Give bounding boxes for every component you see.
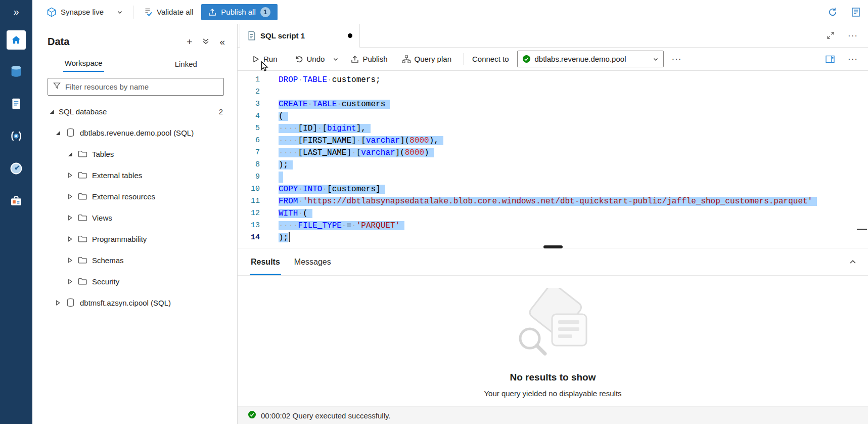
code-text: ); <box>260 159 293 171</box>
code-line[interactable]: 12WITH·( <box>238 207 868 220</box>
line-number: 3 <box>238 98 260 110</box>
maximize-icon[interactable] <box>827 31 835 39</box>
code-line[interactable]: 5····[ID]·[bigint], <box>238 122 868 135</box>
code-line[interactable]: 4( <box>238 110 868 122</box>
tree-item-external-tables[interactable]: External tables <box>32 164 237 186</box>
code-text: DROP·TABLE·customers; <box>260 74 381 86</box>
editor-toolbar: Run Undo Publish Query plan Connect to <box>238 48 868 71</box>
tree-item-tables[interactable]: Tables <box>32 143 237 164</box>
undo-icon <box>295 55 303 63</box>
expanded-arrow-icon[interactable] <box>54 130 62 136</box>
tree-item-label: External tables <box>92 171 142 180</box>
line-number: 1 <box>238 74 260 86</box>
code-line[interactable]: 13····FILE_TYPE·=·'PARQUET' <box>238 220 868 232</box>
code-line[interactable]: 9 <box>238 171 868 183</box>
tree-item-views[interactable]: Views <box>32 207 237 228</box>
folder-icon <box>77 150 88 158</box>
item-count-badge: 2 <box>219 107 223 116</box>
collapsed-arrow-icon[interactable] <box>66 279 74 284</box>
nav-manage[interactable] <box>6 192 26 212</box>
code-line[interactable]: 11FROM·'https://dbtlabsynapsedatalake.bl… <box>238 195 868 207</box>
no-results-illustration <box>508 288 599 366</box>
query-plan-icon <box>402 55 411 63</box>
nav-expand-button[interactable]: » <box>0 0 32 24</box>
clipboard-list-icon[interactable] <box>851 7 861 17</box>
undo-button[interactable]: Undo <box>290 51 330 68</box>
collapsed-arrow-icon[interactable] <box>66 173 74 178</box>
collapsed-arrow-icon[interactable] <box>66 236 74 242</box>
collapse-panel-button[interactable]: « <box>219 37 225 47</box>
code-text: ( <box>260 110 288 122</box>
validate-check-icon <box>144 8 153 17</box>
code-line[interactable]: 7····[LAST_NAME]·[varchar](8000) <box>238 147 868 159</box>
run-button[interactable]: Run <box>247 51 283 68</box>
data-panel: Data + « Workspace Linked SQL database2d… <box>32 24 238 424</box>
properties-panel-icon[interactable] <box>826 55 835 63</box>
nav-monitor[interactable] <box>6 159 26 180</box>
code-line[interactable]: 10COPY·INTO·[customers] <box>238 183 868 195</box>
code-line[interactable]: 8); <box>238 159 868 171</box>
code-line[interactable]: 6····[FIRST_NAME]·[varchar](8000), <box>238 135 868 147</box>
sql-script-icon <box>247 31 256 40</box>
data-panel-tabs: Workspace Linked <box>32 54 237 72</box>
tab-messages[interactable]: Messages <box>287 248 338 275</box>
filter-input[interactable] <box>65 82 218 91</box>
editor-more-options-button[interactable]: ··· <box>848 55 858 63</box>
tab-more-options-button[interactable]: ··· <box>848 31 858 40</box>
sql-editor[interactable]: 1DROP·TABLE·customers;23CREATE·TABLE·cus… <box>238 71 868 248</box>
code-line[interactable]: 2 <box>238 86 868 98</box>
refresh-icon[interactable] <box>828 7 838 17</box>
results-tab-label: Results <box>251 258 280 267</box>
nav-home[interactable] <box>6 30 26 50</box>
code-line[interactable]: 1DROP·TABLE·customers; <box>238 74 868 86</box>
tab-results[interactable]: Results <box>244 248 287 275</box>
code-text <box>260 171 283 183</box>
upload-icon <box>208 8 216 16</box>
tab-title: SQL script 1 <box>260 31 305 40</box>
nav-develop[interactable] <box>6 95 26 115</box>
tree-item-label: dbtlabs.revenue.demo.pool (SQL) <box>80 129 194 137</box>
collapse-all-icon[interactable] <box>202 37 209 47</box>
tree-item-dbtlabs-revenue-demo-pool-sql[interactable]: dbtlabs.revenue.demo.pool (SQL) <box>32 122 237 143</box>
tree-item-security[interactable]: Security <box>32 271 237 292</box>
tree-item-sql-database[interactable]: SQL database2 <box>32 101 237 122</box>
query-status-bar: 00:00:02 Query executed successfully. <box>238 406 868 424</box>
tab-workspace[interactable]: Workspace <box>32 54 135 72</box>
publish-all-button[interactable]: Publish all 1 <box>201 4 277 20</box>
nav-data[interactable] <box>6 62 26 82</box>
code-line[interactable]: 3CREATE·TABLE·customers <box>238 98 868 110</box>
connect-to-dropdown[interactable]: dbtlabs.revenue.demo.pool <box>517 51 664 67</box>
resource-tree: SQL database2dbtlabs.revenue.demo.pool (… <box>32 101 237 313</box>
collapsed-arrow-icon[interactable] <box>66 258 74 263</box>
tree-item-external-resources[interactable]: External resources <box>32 186 237 207</box>
collapsed-arrow-icon[interactable] <box>54 300 62 306</box>
folder-icon <box>77 277 88 285</box>
collapsed-arrow-icon[interactable] <box>66 215 74 221</box>
line-number: 4 <box>238 110 260 122</box>
collapsed-arrow-icon[interactable] <box>66 194 74 199</box>
toolbox-icon <box>9 194 23 210</box>
nav-integrate[interactable] <box>6 127 26 147</box>
panel-splitter-handle[interactable] <box>543 245 563 248</box>
messages-tab-label: Messages <box>294 258 331 267</box>
tab-linked[interactable]: Linked <box>135 54 238 72</box>
toolbar-more-button[interactable]: ··· <box>672 55 682 63</box>
tab-sql-script-1[interactable]: SQL script 1 <box>240 24 360 48</box>
environment-selector[interactable]: Synapse live <box>47 7 123 17</box>
chevron-up-icon[interactable] <box>849 258 857 266</box>
tree-item-schemas[interactable]: Schemas <box>32 249 237 271</box>
expanded-arrow-icon[interactable] <box>66 151 74 157</box>
query-plan-button[interactable]: Query plan <box>397 51 456 68</box>
add-resource-button[interactable]: + <box>187 37 192 47</box>
code-text: CREATE·TABLE·customers <box>260 98 390 110</box>
line-number: 5 <box>238 122 260 135</box>
validate-all-button[interactable]: Validate all <box>144 8 193 17</box>
tree-item-dbtmsft-azsyn-cipool-sql[interactable]: dbtmsft.azsyn.cipool (SQL) <box>32 292 237 313</box>
undo-dropdown-chevron[interactable] <box>330 51 342 68</box>
line-number: 12 <box>238 207 260 220</box>
expanded-arrow-icon[interactable] <box>48 109 56 114</box>
tree-item-programmability[interactable]: Programmability <box>32 228 237 249</box>
code-line[interactable]: 14); <box>238 232 868 244</box>
line-number: 11 <box>238 195 260 207</box>
publish-button[interactable]: Publish <box>346 51 392 68</box>
